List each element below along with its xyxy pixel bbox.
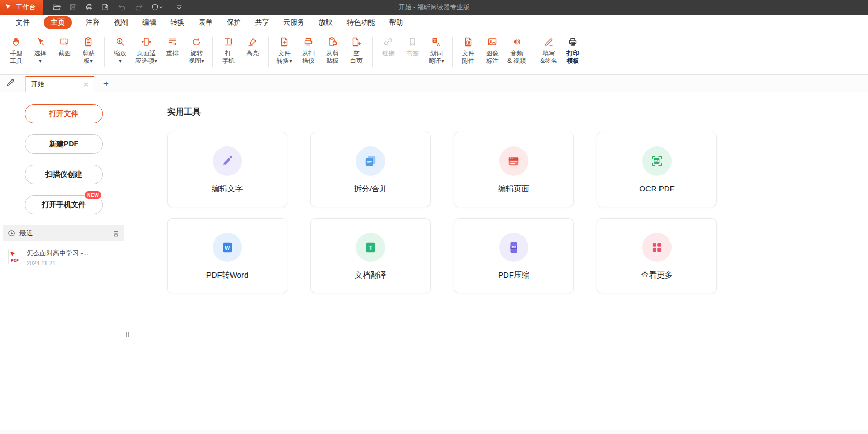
svg-text:W: W: [225, 245, 230, 251]
menu-bar: 文件 主页 注释 视图 编辑 转换 表单 保护 共享 云服务 放映 特色功能 帮…: [0, 15, 868, 30]
menu-tab-help[interactable]: 帮助: [389, 18, 403, 27]
menu-tab-protect[interactable]: 保护: [227, 18, 241, 27]
bookmark-icon: [407, 36, 418, 48]
menu-tab-share[interactable]: 共享: [255, 18, 269, 27]
ribbon-separator: [212, 37, 213, 67]
card-split-merge[interactable]: 拆分/合并: [310, 132, 431, 207]
hand-tool-icon: [11, 36, 21, 48]
ribbon-highlight[interactable]: 高亮: [240, 30, 264, 74]
ribbon-select[interactable]: 选择 ▾: [28, 30, 52, 74]
export-icon[interactable]: [101, 3, 110, 12]
ribbon-page-fit-options[interactable]: 页面适 应选项▾: [132, 30, 160, 74]
card-doc-translate[interactable]: T 文档翻译: [310, 218, 431, 293]
menu-tab-comment[interactable]: 注释: [86, 18, 100, 27]
pdf-compress-icon: PDF: [507, 241, 520, 254]
pencil-icon[interactable]: [6, 78, 15, 87]
document-tab-strip: 开始 +: [0, 75, 868, 92]
ribbon-fill-sign[interactable]: 填写 &签名: [537, 30, 561, 74]
card-edit-text[interactable]: 编辑文字: [167, 132, 287, 207]
ribbon-from-clipboard[interactable]: 从剪 贴板: [320, 30, 344, 74]
menu-tab-file[interactable]: 文件: [16, 18, 30, 27]
ribbon-word-translate[interactable]: 文A 划词 翻译▾: [424, 30, 448, 74]
card-label: PDF压缩: [498, 270, 529, 280]
scanner-create-button[interactable]: 扫描仪创建: [25, 165, 103, 184]
card-pdf-to-word[interactable]: W PDF转Word: [167, 218, 287, 293]
customize-toolbar-icon[interactable]: [176, 4, 183, 11]
recent-file-item[interactable]: PDF 怎么面对高中学习 -... 2024-11-21: [0, 241, 128, 274]
card-label: 文档翻译: [355, 270, 386, 280]
ribbon-rotate-view[interactable]: 旋转 视图▾: [184, 30, 209, 74]
card-ocr-pdf[interactable]: PDF OCR PDF: [597, 132, 717, 207]
card-icon-circle: PDF: [499, 233, 528, 262]
menu-tab-convert[interactable]: 转换: [170, 18, 184, 27]
menu-tab-view[interactable]: 视图: [114, 18, 128, 27]
clipboard-icon: [83, 36, 94, 48]
page-fit-icon: [141, 36, 152, 48]
ribbon-toolbar: 手型 工具 选择 ▾ 截图 剪贴 板▾ 缩放 ▾ 页面适 应选项▾: [0, 30, 868, 75]
redo-icon[interactable]: [134, 4, 143, 12]
card-pdf-compress[interactable]: PDF PDF压缩: [454, 218, 574, 293]
menu-tab-edit[interactable]: 编辑: [142, 18, 156, 27]
main-panel: 实用工具 编辑文字 拆分/合并: [128, 92, 868, 430]
card-icon-circle: W: [213, 233, 242, 262]
card-icon-circle: [642, 233, 672, 262]
recent-file-name: 怎么面对高中学习 -...: [27, 249, 88, 258]
reflow-icon: [167, 36, 178, 48]
protect-icon[interactable]: [151, 3, 163, 12]
content-area: 打开文件 新建PDF 扫描仪创建 打开手机文件 NEW 最近: [0, 92, 868, 430]
menu-tab-form[interactable]: 表单: [199, 18, 213, 27]
undo-icon[interactable]: [118, 4, 126, 12]
edit-text-icon: [221, 154, 234, 168]
foxit-logo-icon: [5, 3, 13, 12]
open-folder-icon[interactable]: [52, 3, 61, 12]
save-icon[interactable]: [69, 3, 77, 12]
audio-video-icon: [512, 36, 522, 48]
menu-tab-cloud[interactable]: 云服务: [283, 18, 305, 27]
blank-page-icon: [351, 36, 362, 48]
ribbon-clipboard[interactable]: 剪贴 板▾: [76, 30, 100, 74]
status-bar: [0, 430, 868, 434]
clock-icon: [8, 230, 15, 237]
ribbon-link[interactable]: 链接: [376, 30, 400, 74]
svg-text:文: 文: [433, 38, 437, 42]
ribbon-image-annotation[interactable]: 图像 标注: [480, 30, 504, 74]
card-label: 编辑文字: [212, 184, 243, 194]
menu-tab-home[interactable]: 主页: [44, 16, 72, 29]
menu-tab-features[interactable]: 特色功能: [347, 18, 375, 27]
snapshot-icon: [59, 36, 70, 48]
ribbon-file-attachment[interactable]: 文件 附件: [456, 30, 480, 74]
ribbon-bookmark[interactable]: 书签: [400, 30, 424, 74]
doc-tab-start[interactable]: 开始: [25, 76, 94, 92]
ribbon-separator: [268, 37, 269, 67]
ribbon-snapshot[interactable]: 截图: [52, 30, 76, 74]
open-file-button[interactable]: 打开文件: [25, 104, 103, 123]
ribbon-audio-video[interactable]: 音频 & 视频: [504, 30, 529, 74]
ribbon-blank-page[interactable]: 空 白页: [344, 30, 368, 74]
add-tab-button[interactable]: +: [103, 79, 109, 88]
ribbon-from-scanner[interactable]: 从扫 描仪: [296, 30, 320, 74]
ribbon-typewriter[interactable]: 打 字机: [216, 30, 240, 74]
from-clipboard-icon: [327, 36, 338, 48]
from-scanner-icon: [303, 36, 314, 48]
card-icon-circle: PDF: [642, 146, 672, 176]
new-pdf-button[interactable]: 新建PDF: [25, 134, 103, 154]
card-view-more[interactable]: 查看更多: [597, 218, 717, 293]
ribbon-reflow[interactable]: 重排: [160, 30, 184, 74]
print-icon[interactable]: [85, 3, 94, 12]
translate-icon: 文A: [431, 36, 442, 48]
sidebar-splitter-handle[interactable]: [126, 332, 129, 337]
svg-text:PDF: PDF: [654, 159, 659, 163]
zoom-icon: [115, 36, 125, 48]
card-edit-pages[interactable]: 编辑页面: [454, 132, 574, 207]
trash-icon[interactable]: [112, 230, 120, 237]
ribbon-print-template[interactable]: 打印 模板: [561, 30, 585, 74]
ribbon-hand-tool[interactable]: 手型 工具: [4, 30, 28, 74]
recent-file-meta: 怎么面对高中学习 -... 2024-11-21: [27, 249, 88, 266]
ribbon-file-convert[interactable]: 文件 转换▾: [272, 30, 296, 74]
ribbon-zoom[interactable]: 缩放 ▾: [108, 30, 132, 74]
ocr-pdf-icon: PDF: [650, 154, 664, 168]
open-mobile-file-button[interactable]: 打开手机文件 NEW: [25, 195, 103, 214]
close-tab-icon[interactable]: [84, 82, 88, 87]
menu-tab-slideshow[interactable]: 放映: [319, 18, 333, 27]
workspace-button[interactable]: 工作台: [0, 0, 43, 15]
